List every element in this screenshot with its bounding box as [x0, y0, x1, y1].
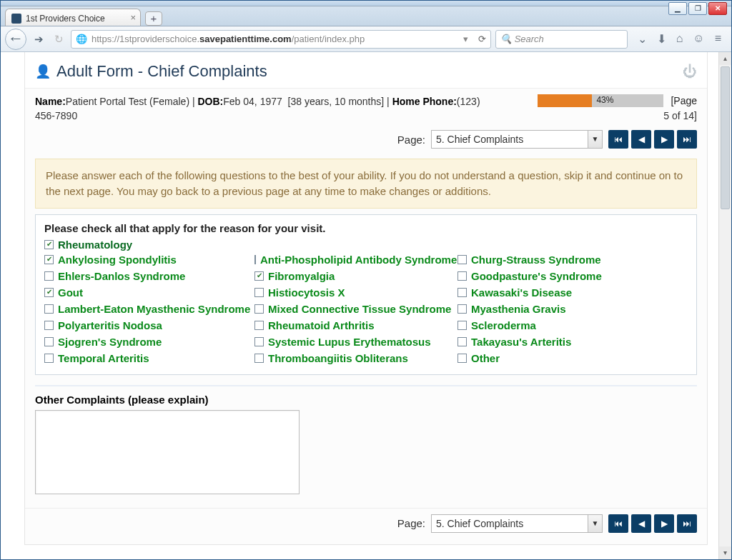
option-checkbox[interactable]: [458, 304, 467, 314]
page-header: 👤 Adult Form - Chief Complaints ⏻: [25, 52, 707, 89]
user-icon: 👤: [35, 64, 51, 79]
pocket-icon[interactable]: ⌄: [638, 32, 647, 46]
first-page-button[interactable]: ⏮: [608, 514, 628, 533]
tab-close-icon[interactable]: ×: [130, 12, 136, 23]
option-label: Anti-Phospholipid Antibody Syndrome: [260, 254, 457, 266]
option-checkbox[interactable]: [44, 337, 54, 346]
browser-tab[interactable]: 1st Providers Choice ×: [5, 9, 141, 26]
history-button[interactable]: ↻: [51, 31, 66, 47]
option-checkbox[interactable]: [44, 321, 54, 330]
phone-line2: 456-7890: [35, 110, 77, 121]
scroll-up-icon[interactable]: ▴: [719, 52, 731, 65]
instruction-notice: Please answer each of the following ques…: [35, 159, 697, 209]
option-checkbox[interactable]: [458, 321, 467, 330]
url-text: https://1stproviderschoice.savepatientti…: [92, 34, 365, 44]
option-19: Thromboangiitis Obliterans: [254, 352, 455, 364]
last-page-button[interactable]: ⏭: [677, 130, 697, 149]
option-checkbox[interactable]: [458, 271, 467, 281]
option-11: Myasthenia Gravis: [458, 303, 688, 315]
page-select[interactable]: 5. Chief Complaints ▼: [431, 130, 603, 149]
select-caret-icon[interactable]: ▼: [588, 131, 602, 148]
option-label: Polyarteritis Nodosa: [58, 319, 162, 331]
progress-bar: 43%: [538, 94, 663, 107]
form-prompt: Please check all that apply for the reas…: [44, 222, 688, 234]
option-checkbox[interactable]: [44, 271, 54, 281]
next-page-button[interactable]: ▶: [654, 130, 674, 149]
patient-meta: Name:Patient Portal Test (Female) | DOB:…: [25, 89, 707, 107]
option-3: Ehlers-Danlos Syndrome: [44, 270, 252, 282]
pager-top: Page: 5. Chief Complaints ▼ ⏮ ◀ ▶ ⏭: [25, 124, 707, 154]
option-13: Rheumatoid Arthritis: [254, 319, 455, 331]
option-16: Systemic Lupus Erythematosus: [254, 336, 455, 348]
scroll-down-icon[interactable]: ▾: [719, 546, 731, 559]
next-page-button[interactable]: ▶: [654, 514, 674, 533]
page-title: Adult Form - Chief Complaints: [56, 62, 267, 81]
option-checkbox[interactable]: [254, 271, 264, 281]
search-placeholder: Search: [515, 34, 544, 44]
window-close-button[interactable]: [708, 2, 727, 15]
option-label: Sjogren's Syndrome: [58, 336, 162, 348]
option-label: Kawasaki's Disease: [471, 286, 572, 299]
category-checkbox[interactable]: [44, 240, 54, 249]
option-label: Fibromyalgia: [268, 270, 335, 282]
url-dropdown-icon[interactable]: ▾: [463, 34, 468, 44]
option-label: Other: [471, 352, 500, 364]
option-7: Histiocytosis X: [254, 286, 455, 299]
download-icon[interactable]: ⬇: [657, 32, 666, 46]
prev-page-button[interactable]: ◀: [631, 130, 651, 149]
option-checkbox[interactable]: [44, 288, 54, 297]
reload-icon[interactable]: ⟳: [478, 34, 486, 44]
back-button[interactable]: ←: [5, 29, 26, 50]
first-page-button[interactable]: ⏮: [608, 130, 628, 149]
scroll-thumb[interactable]: [721, 66, 730, 209]
other-label: Other Complaints (please explain): [35, 394, 697, 406]
vertical-scrollbar[interactable]: ▴ ▾: [718, 52, 731, 559]
option-checkbox[interactable]: [254, 321, 264, 330]
window-minimize-button[interactable]: [668, 2, 687, 15]
option-20: Other: [458, 352, 688, 364]
option-checkbox[interactable]: [254, 288, 264, 297]
option-checkbox[interactable]: [458, 354, 467, 363]
forward-button[interactable]: ➔: [31, 31, 46, 47]
new-tab-button[interactable]: +: [145, 11, 162, 26]
option-label: Churg-Strauss Syndrome: [471, 254, 601, 266]
tab-strip: 1st Providers Choice × +: [1, 6, 731, 26]
prev-page-button[interactable]: ◀: [631, 514, 651, 533]
option-checkbox[interactable]: [458, 288, 467, 297]
menu-icon[interactable]: ≡: [715, 32, 721, 46]
category-label: Rheumatology: [58, 239, 132, 251]
option-checkbox[interactable]: [254, 304, 264, 314]
option-checkbox[interactable]: [458, 255, 467, 264]
browser-toolbar: ← ➔ ↻ 🌐 https://1stproviderschoice.savep…: [1, 26, 731, 52]
option-label: Rheumatoid Arthritis: [268, 319, 375, 331]
page-select-bottom[interactable]: 5. Chief Complaints ▼: [431, 514, 603, 533]
other-textarea[interactable]: [35, 410, 300, 494]
url-bar[interactable]: 🌐 https://1stproviderschoice.savepatient…: [71, 30, 491, 49]
option-label: Gout: [58, 286, 83, 299]
option-checkbox[interactable]: [44, 304, 54, 314]
option-checkbox[interactable]: [254, 337, 264, 346]
option-label: Myasthenia Gravis: [471, 303, 566, 315]
option-checkbox[interactable]: [254, 354, 264, 363]
chat-icon[interactable]: ☺: [693, 32, 704, 46]
browser-window: 1st Providers Choice × + ← ➔ ↻ 🌐 https:/…: [0, 0, 732, 560]
pager-label: Page:: [397, 134, 425, 146]
globe-icon: 🌐: [76, 34, 87, 44]
option-checkbox[interactable]: [254, 255, 256, 264]
option-label: Thromboangiitis Obliterans: [268, 352, 408, 364]
option-checkbox[interactable]: [44, 255, 54, 264]
option-checkbox[interactable]: [458, 337, 467, 346]
option-14: Scleroderma: [458, 319, 688, 331]
option-label: Goodpasture's Syndrome: [471, 270, 602, 282]
option-4: Fibromyalgia: [254, 270, 455, 282]
search-box[interactable]: 🔍 Search: [495, 30, 628, 49]
select-caret-icon[interactable]: ▼: [588, 515, 602, 532]
window-maximize-button[interactable]: [688, 2, 707, 15]
page-viewport: 👤 Adult Form - Chief Complaints ⏻ Name:P…: [1, 52, 731, 559]
power-icon[interactable]: ⏻: [683, 64, 697, 80]
option-label: Ehlers-Danlos Syndrome: [58, 270, 185, 282]
option-9: Lambert-Eaton Myasthenic Syndrome: [44, 303, 252, 315]
last-page-button[interactable]: ⏭: [677, 514, 697, 533]
option-checkbox[interactable]: [44, 354, 54, 363]
home-icon[interactable]: ⌂: [676, 32, 683, 46]
